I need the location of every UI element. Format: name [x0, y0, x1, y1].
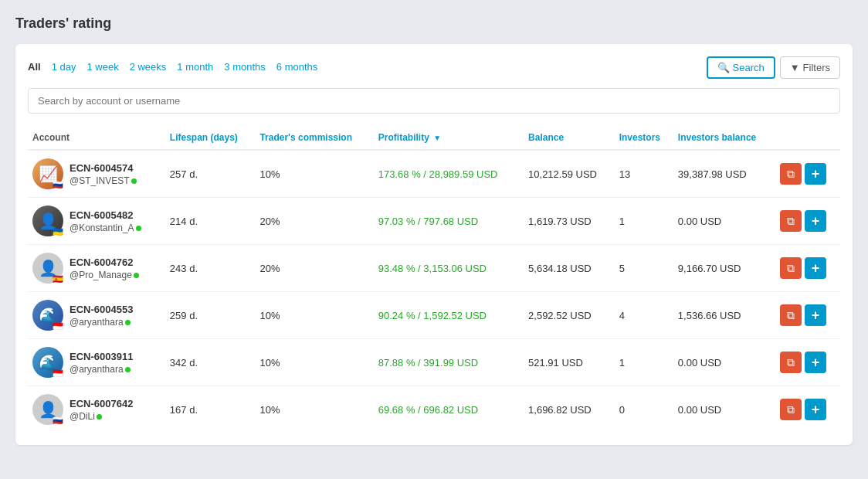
filters-button-label: Filters — [803, 62, 830, 73]
account-user-1: @Konstantin_A — [70, 223, 141, 233]
account-cell-0: 📈 🇷🇺 ECN-6004574 @ST_INVEST — [28, 150, 165, 198]
tab-1day[interactable]: 1 day — [52, 61, 76, 74]
online-dot-5 — [97, 414, 102, 420]
online-dot-1 — [136, 226, 141, 231]
account-info-5: ECN-6007642 @DiLi — [70, 398, 133, 422]
commission-cell-3: 10% — [255, 292, 373, 339]
account-user-4: @aryanthara — [70, 364, 133, 375]
col-account: Account — [28, 126, 165, 150]
profitability-cell-3: 90.24 % / 1,592.52 USD — [374, 292, 524, 339]
profitability-cell-1: 97.03 % / 797.68 USD — [374, 198, 524, 245]
tab-1week[interactable]: 1 week — [86, 61, 118, 74]
tab-1month[interactable]: 1 month — [177, 61, 213, 74]
profitability-cell-2: 93.48 % / 3,153.06 USD — [374, 245, 524, 292]
tab-all[interactable]: All — [28, 61, 41, 74]
balance-cell-5: 1,696.82 USD — [524, 386, 615, 433]
flag-badge-3: 🇮🇩 — [53, 322, 63, 331]
copy-icon-1: ⧉ — [787, 215, 795, 228]
row-actions-cell-2: ⧉ + — [775, 245, 840, 292]
add-icon-2: + — [812, 260, 820, 277]
investors-cell-0: 13 — [615, 150, 673, 198]
page-title: Traders' rating — [15, 15, 853, 32]
tab-3months[interactable]: 3 months — [224, 61, 265, 74]
col-investors-balance: Investors balance — [673, 126, 775, 150]
row-actions-cell-4: ⧉ + — [775, 339, 840, 386]
add-icon-0: + — [812, 166, 820, 182]
copy-icon-2: ⧉ — [787, 262, 795, 275]
table-header: Account Lifespan (days) Trader's commiss… — [28, 126, 840, 150]
online-dot-0 — [131, 178, 137, 184]
add-icon-1: + — [812, 213, 820, 229]
copy-button-0[interactable]: ⧉ — [780, 163, 802, 185]
investors-cell-2: 5 — [615, 245, 673, 292]
tab-6months[interactable]: 6 months — [276, 61, 317, 74]
copy-icon-0: ⧉ — [787, 168, 795, 181]
commission-cell-5: 10% — [255, 386, 373, 433]
account-user-3: @aryanthara — [70, 317, 133, 328]
avatar-wrapper-1: 👤 🇺🇦 — [32, 206, 63, 236]
add-icon-3: + — [812, 307, 820, 324]
add-button-5[interactable]: + — [805, 399, 826, 420]
lifespan-cell-4: 342 d. — [165, 339, 256, 386]
col-profitability[interactable]: Profitability ▼ — [374, 126, 524, 150]
account-user-2: @Pro_Manage — [70, 270, 139, 280]
table-row: 🌊 🇮🇩 ECN-6003911 @aryanthara 342 d. 10% … — [28, 339, 840, 386]
copy-button-5[interactable]: ⧉ — [780, 399, 802, 420]
add-button-1[interactable]: + — [805, 210, 826, 232]
row-actions-cell-0: ⧉ + — [775, 150, 840, 198]
investors-cell-1: 1 — [615, 198, 673, 245]
online-dot-2 — [134, 273, 139, 278]
sort-icon: ▼ — [433, 134, 441, 142]
lifespan-cell-2: 243 d. — [165, 245, 256, 292]
search-icon: 🔍 — [717, 62, 730, 73]
actions-container: 🔍 Search ▼ Filters — [707, 56, 840, 79]
commission-cell-1: 20% — [255, 198, 373, 245]
avatar-wrapper-5: 👤 🇷🇺 — [32, 394, 63, 425]
account-id-5: ECN-6007642 — [70, 398, 133, 409]
col-balance: Balance — [524, 126, 615, 150]
add-button-3[interactable]: + — [805, 304, 826, 326]
balance-cell-2: 5,634.18 USD — [524, 245, 615, 292]
commission-cell-0: 10% — [255, 150, 373, 198]
balance-cell-0: 10,212.59 USD — [524, 150, 615, 198]
search-input[interactable] — [28, 88, 840, 114]
copy-button-2[interactable]: ⧉ — [780, 257, 802, 279]
flag-badge-1: 🇺🇦 — [53, 228, 63, 236]
commission-cell-2: 20% — [255, 245, 373, 292]
profitability-cell-4: 87.88 % / 391.99 USD — [374, 339, 524, 386]
lifespan-cell-3: 259 d. — [165, 292, 256, 339]
table-row: 👤 🇪🇸 ECN-6004762 @Pro_Manage 243 d. 20% … — [28, 245, 840, 292]
account-info-3: ECN-6004553 @aryanthara — [70, 304, 133, 328]
flag-badge-2: 🇪🇸 — [53, 275, 63, 284]
flag-badge-5: 🇷🇺 — [53, 416, 63, 425]
add-button-4[interactable]: + — [805, 352, 826, 373]
account-info-2: ECN-6004762 @Pro_Manage — [70, 256, 139, 280]
investors-balance-cell-5: 0.00 USD — [673, 386, 775, 433]
avatar-wrapper-2: 👤 🇪🇸 — [32, 253, 63, 284]
account-cell-4: 🌊 🇮🇩 ECN-6003911 @aryanthara — [28, 339, 165, 386]
col-actions — [775, 126, 840, 150]
add-button-0[interactable]: + — [805, 163, 826, 185]
row-actions-cell-1: ⧉ + — [775, 198, 840, 245]
account-cell-3: 🌊 🇮🇩 ECN-6004553 @aryanthara — [28, 292, 165, 339]
copy-icon-5: ⧉ — [787, 403, 795, 416]
tab-2weeks[interactable]: 2 weeks — [130, 61, 167, 74]
row-actions-cell-3: ⧉ + — [775, 292, 840, 339]
copy-button-1[interactable]: ⧉ — [780, 210, 802, 232]
investors-balance-cell-3: 1,536.66 USD — [673, 292, 775, 339]
commission-cell-4: 10% — [255, 339, 373, 386]
account-cell-1: 👤 🇺🇦 ECN-6005482 @Konstantin_A — [28, 198, 165, 245]
balance-cell-4: 521.91 USD — [524, 339, 615, 386]
copy-button-4[interactable]: ⧉ — [780, 352, 802, 373]
add-button-2[interactable]: + — [805, 257, 826, 279]
account-id-2: ECN-6004762 — [70, 256, 139, 268]
main-card: All 1 day 1 week 2 weeks 1 month 3 month… — [15, 44, 853, 445]
investors-balance-cell-1: 0.00 USD — [673, 198, 775, 245]
search-button[interactable]: 🔍 Search — [707, 56, 775, 79]
account-user-5: @DiLi — [70, 411, 133, 422]
filters-button[interactable]: ▼ Filters — [780, 56, 840, 79]
flag-badge-4: 🇮🇩 — [53, 369, 63, 378]
profitability-cell-5: 69.68 % / 696.82 USD — [374, 386, 524, 433]
balance-cell-3: 2,592.52 USD — [524, 292, 615, 339]
copy-button-3[interactable]: ⧉ — [780, 304, 802, 326]
